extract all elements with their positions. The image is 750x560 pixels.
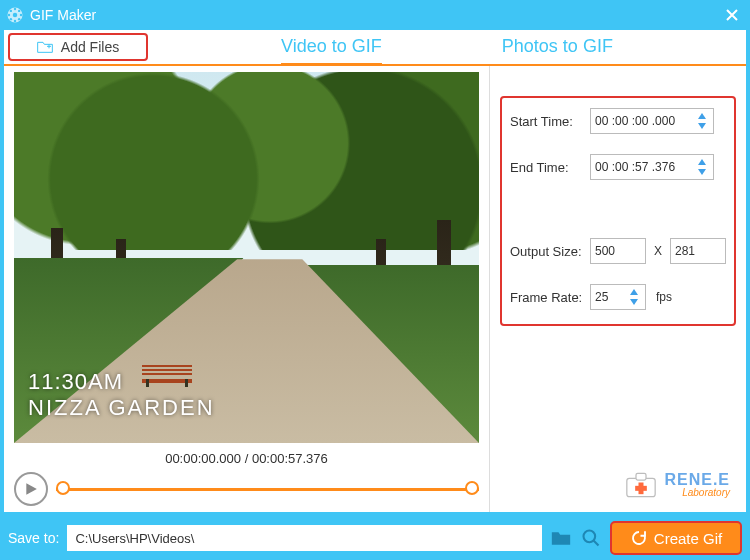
titlebar: GIF Maker [0,0,750,30]
settings-panel: Start Time: 00 :00 :00 .000 End Time: 00… [490,66,746,512]
start-time-spinner[interactable] [695,111,709,131]
spin-down-icon[interactable] [695,121,709,131]
save-to-label: Save to: [8,530,59,546]
save-path-input[interactable] [67,525,542,551]
search-button[interactable] [580,527,602,549]
create-gif-label: Create Gif [654,530,722,547]
svg-point-5 [20,14,22,16]
close-icon[interactable] [724,7,740,23]
add-files-label: Add Files [61,39,119,55]
timecode-current: 00:00:00.000 [165,451,241,466]
frame-rate-label: Frame Rate: [510,290,590,305]
medical-bag-icon [624,470,658,500]
add-files-button[interactable]: Add Files [8,33,148,61]
tabs: Video to GIF Photos to GIF [148,30,746,64]
output-size-label: Output Size: [510,244,590,259]
output-height-value: 281 [675,244,695,258]
content: 11:30AM NIZZA GARDEN 00:00:00.000 / 00:0… [4,66,746,512]
overlay-time: 11:30AM [28,369,215,395]
app-window: GIF Maker Add Files Video to GIF Photos … [0,0,750,560]
frame-rate-input[interactable]: 25 [590,284,646,310]
spin-up-icon[interactable] [695,111,709,121]
play-icon [24,482,38,496]
trim-end-handle[interactable] [465,481,479,495]
start-time-label: Start Time: [510,114,590,129]
start-time-input[interactable]: 00 :00 :00 .000 [590,108,714,134]
svg-rect-11 [636,473,646,480]
search-icon [581,528,601,548]
svg-point-9 [18,18,20,20]
tab-photos-to-gif[interactable]: Photos to GIF [502,30,613,64]
svg-point-3 [14,20,16,22]
spin-down-icon[interactable] [627,297,641,307]
end-time-value: 00 :00 :57 .376 [595,160,675,174]
brand-name: RENE.E [664,472,730,488]
end-time-input[interactable]: 00 :00 :57 .376 [590,154,714,180]
tab-video-to-gif[interactable]: Video to GIF [281,30,382,66]
content-wrapper: Add Files Video to GIF Photos to GIF [4,30,746,512]
output-height-input[interactable]: 281 [670,238,726,264]
brand-logo: RENE.E Laboratory [624,470,736,506]
player-controls [14,472,479,506]
footer: Save to: Create Gif [0,516,750,560]
fps-unit: fps [656,290,672,304]
trim-start-handle[interactable] [56,481,70,495]
spin-up-icon[interactable] [695,157,709,167]
spin-down-icon[interactable] [695,167,709,177]
timecode-display: 00:00:00.000 / 00:00:57.376 [14,451,479,466]
svg-point-2 [14,8,16,10]
svg-point-1 [13,13,18,18]
window-title: GIF Maker [30,7,724,23]
settings-box: Start Time: 00 :00 :00 .000 End Time: 00… [500,96,736,326]
fps-spinner[interactable] [627,287,641,307]
create-gif-button[interactable]: Create Gif [610,521,742,555]
size-separator: X [654,244,662,258]
svg-point-7 [18,10,20,12]
app-logo-icon [6,6,24,24]
trim-slider[interactable] [56,479,479,499]
svg-point-6 [10,10,12,12]
folder-icon [551,529,571,547]
svg-point-14 [584,531,596,543]
overlay-place: NIZZA GARDEN [28,395,215,421]
refresh-icon [630,529,648,547]
frame-rate-value: 25 [595,290,608,304]
add-file-icon [37,40,53,54]
end-time-spinner[interactable] [695,157,709,177]
svg-point-8 [10,18,12,20]
play-button[interactable] [14,472,48,506]
preview-panel: 11:30AM NIZZA GARDEN 00:00:00.000 / 00:0… [4,66,490,512]
output-width-value: 500 [595,244,615,258]
video-overlay-text: 11:30AM NIZZA GARDEN [28,369,215,421]
brand-sub: Laboratory [664,488,730,498]
output-width-input[interactable]: 500 [590,238,646,264]
video-preview[interactable]: 11:30AM NIZZA GARDEN [14,72,479,443]
start-time-value: 00 :00 :00 .000 [595,114,675,128]
browse-folder-button[interactable] [550,527,572,549]
timecode-total: 00:00:57.376 [252,451,328,466]
svg-rect-13 [636,486,648,491]
spin-up-icon[interactable] [627,287,641,297]
end-time-label: End Time: [510,160,590,175]
svg-point-4 [8,14,10,16]
topbar: Add Files Video to GIF Photos to GIF [4,30,746,66]
